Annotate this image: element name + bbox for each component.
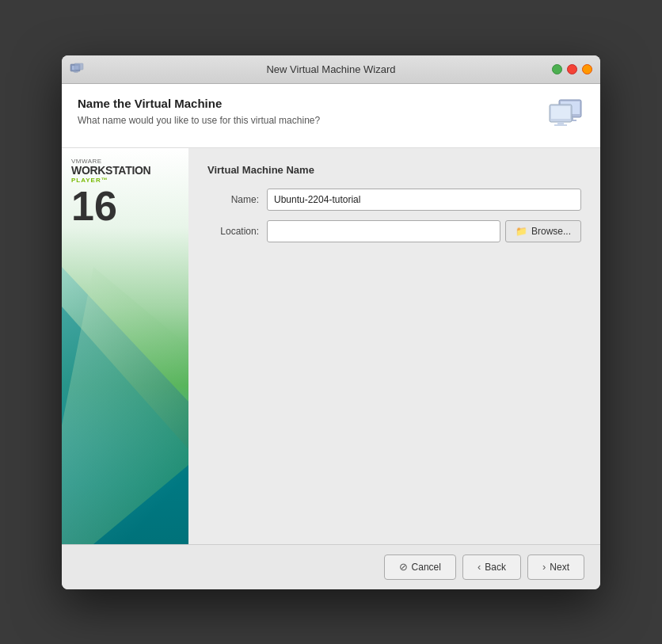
name-label: Name: (207, 194, 267, 205)
name-row: Name: (207, 189, 581, 211)
next-button[interactable]: › Next (527, 554, 584, 580)
next-label: Next (550, 562, 569, 573)
browse-button-label: Browse... (531, 226, 571, 237)
browse-button[interactable]: 📁 Browse... (505, 220, 581, 242)
vm-name-input[interactable] (267, 189, 581, 211)
svg-rect-11 (557, 122, 564, 124)
sidebar: VMWARE WORKSTATION PLAYER™ 16 (62, 148, 188, 544)
header-vm-icon (546, 97, 584, 135)
svg-rect-3 (74, 72, 78, 73)
back-button[interactable]: ‹ Back (462, 554, 521, 580)
browse-folder-icon: 📁 (516, 226, 527, 237)
wizard-window: New Virtual Machine Wizard Name the Virt… (62, 55, 600, 589)
svg-rect-12 (554, 124, 567, 126)
titlebar-app-icon (70, 62, 84, 76)
version-number: 16 (71, 185, 150, 227)
window-title: New Virtual Machine Wizard (266, 63, 395, 75)
main-form-area: Virtual Machine Name Name: Location: 📁 B… (188, 148, 600, 544)
traffic-lights (552, 64, 592, 74)
svg-rect-2 (73, 70, 76, 72)
wizard-step-title: Name the Virtual Machine (78, 97, 320, 110)
back-label: Back (485, 562, 506, 573)
header-text-block: Name the Virtual Machine What name would… (78, 97, 320, 126)
cancel-label: Cancel (412, 562, 441, 573)
sidebar-logo: VMWARE WORKSTATION PLAYER™ 16 (71, 158, 150, 227)
content-area: VMWARE WORKSTATION PLAYER™ 16 (62, 148, 600, 544)
traffic-red[interactable] (567, 64, 577, 74)
location-row: Location: 📁 Browse... (207, 220, 581, 242)
location-label: Location: (207, 226, 267, 237)
back-icon: ‹ (477, 561, 481, 573)
cancel-icon: ⊘ (399, 561, 408, 573)
titlebar: New Virtual Machine Wizard (62, 55, 600, 84)
wizard-step-description: What name would you like to use for this… (78, 115, 320, 126)
wizard-footer: ⊘ Cancel ‹ Back › Next (62, 544, 600, 589)
workstation-label: WORKSTATION (71, 165, 150, 177)
form-section-title: Virtual Machine Name (207, 164, 581, 176)
traffic-green[interactable] (552, 64, 562, 74)
traffic-yellow[interactable] (582, 64, 592, 74)
vm-location-input[interactable] (267, 220, 500, 242)
svg-rect-10 (551, 106, 570, 119)
next-icon: › (542, 561, 546, 573)
wizard-header: Name the Virtual Machine What name would… (62, 84, 600, 148)
cancel-button[interactable]: ⊘ Cancel (384, 554, 456, 580)
svg-rect-4 (74, 63, 83, 70)
